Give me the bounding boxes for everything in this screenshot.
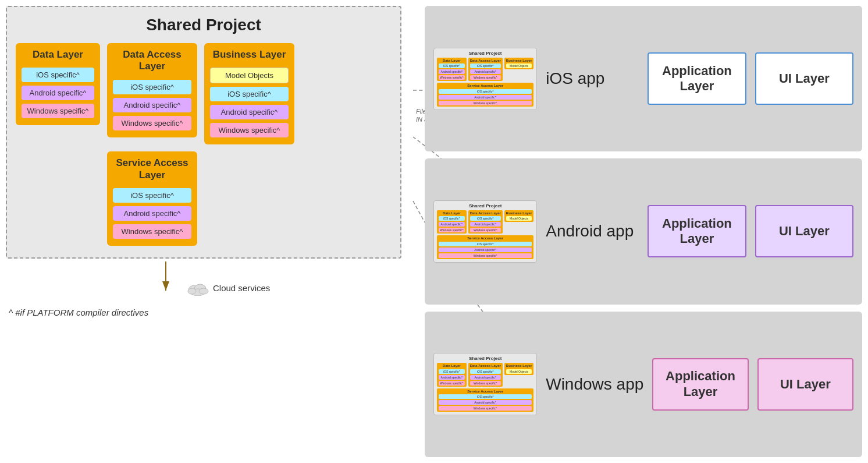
ios-mini-business: Business Layer Model Objects xyxy=(504,58,533,70)
business-android: Android specific^ xyxy=(210,105,289,119)
dal-windows: Windows specific^ xyxy=(113,116,191,130)
ios-app-title: iOS app xyxy=(546,69,639,88)
ios-mini-sal: Service Access Layer iOS specific^ Andro… xyxy=(437,83,533,107)
footnote: ^ #if PLATFORM compiler directives xyxy=(9,308,401,317)
svg-point-5 xyxy=(188,288,196,294)
windows-mini-layers: Data Layer iOS specific^ Android specifi… xyxy=(437,363,533,387)
android-mini-dal: Data Access Layer iOS specific^ Android … xyxy=(468,210,503,234)
shared-project-box: Shared Project Data Layer iOS specific^ … xyxy=(6,6,401,259)
data-layer-title: Data Layer xyxy=(22,49,94,61)
sal-arrow-icon xyxy=(151,259,180,299)
android-right-content: Android app Application Layer UI Layer xyxy=(546,205,853,257)
bottom-layers-row: Service Access Layer iOS specific^ Andro… xyxy=(16,151,392,246)
business-ios: iOS specific^ xyxy=(210,87,289,101)
business-layer-box: Business Layer Model Objects iOS specifi… xyxy=(204,43,294,144)
cloud-icon xyxy=(186,280,209,296)
data-layer-windows: Windows specific^ xyxy=(22,104,94,118)
windows-mini-sal: Service Access Layer iOS specific^ Andro… xyxy=(437,388,533,412)
windows-application-layer: Application Layer xyxy=(652,358,748,411)
ios-mini-layers: Data Layer iOS specific^ Android specifi… xyxy=(437,58,533,82)
ios-mini-dal: Data Access Layer iOS specific^ Android … xyxy=(468,58,503,82)
main-container: Shared Project Data Layer iOS specific^ … xyxy=(0,0,868,463)
ios-mini-shared: Shared Project Data Layer iOS specific^ … xyxy=(433,48,537,110)
top-layers-row: Data Layer iOS specific^ Android specifi… xyxy=(16,43,392,144)
sal-ios: iOS specific^ xyxy=(113,188,191,203)
windows-mini-business: Business Layer Model Objects xyxy=(504,363,533,375)
android-ui-layer: UI Layer xyxy=(755,205,853,257)
svg-point-6 xyxy=(199,288,208,294)
ios-application-layer: Application Layer xyxy=(648,52,746,105)
right-panel: Shared Project Data Layer iOS specific^ … xyxy=(425,6,862,457)
windows-mini-shared: Shared Project Data Layer iOS specific^ … xyxy=(433,353,537,415)
sal-title: Service Access Layer xyxy=(113,157,191,181)
data-access-layer-box: Data Access Layer iOS specific^ Android … xyxy=(107,43,197,137)
shared-project-title: Shared Project xyxy=(16,16,392,34)
ios-mini-data: Data Layer iOS specific^ Android specifi… xyxy=(437,58,467,82)
windows-app-title: Windows app xyxy=(546,375,643,394)
business-model-objects: Model Objects xyxy=(210,68,289,83)
service-access-layer-box: Service Access Layer iOS specific^ Andro… xyxy=(107,151,197,246)
dal-android: Android specific^ xyxy=(113,98,191,112)
android-mini-layers: Data Layer iOS specific^ Android specifi… xyxy=(437,210,533,234)
data-access-layer-title: Data Access Layer xyxy=(113,49,191,73)
android-mini-business: Business Layer Model Objects xyxy=(504,210,533,222)
android-app-container: Shared Project Data Layer iOS specific^ … xyxy=(425,158,862,304)
business-layer-title: Business Layer xyxy=(210,49,289,61)
left-panel: Shared Project Data Layer iOS specific^ … xyxy=(6,6,401,457)
android-mini-shared: Shared Project Data Layer iOS specific^ … xyxy=(433,200,537,263)
android-app-title: Android app xyxy=(546,222,639,241)
windows-app-container: Shared Project Data Layer iOS specific^ … xyxy=(425,312,862,457)
cloud-label: Cloud services xyxy=(213,283,270,293)
ios-right-content: iOS app Application Layer UI Layer xyxy=(546,52,853,105)
windows-mini-data: Data Layer iOS specific^ Android specifi… xyxy=(437,363,467,387)
android-mini-sal: Service Access Layer iOS specific^ Andro… xyxy=(437,235,533,259)
windows-right-content: Windows app Application Layer UI Layer xyxy=(546,358,853,411)
data-layer-android: Android specific^ xyxy=(22,86,94,100)
android-mini-data: Data Layer iOS specific^ Android specifi… xyxy=(437,210,467,234)
data-layer-box: Data Layer iOS specific^ Android specifi… xyxy=(16,43,100,125)
ios-ui-layer: UI Layer xyxy=(755,52,853,105)
windows-ui-layer: UI Layer xyxy=(757,358,853,411)
data-layer-ios: iOS specific^ xyxy=(22,68,94,82)
cloud-label-area: Cloud services xyxy=(186,280,270,296)
android-application-layer: Application Layer xyxy=(648,205,746,257)
sal-android: Android specific^ xyxy=(113,206,191,221)
sal-windows: Windows specific^ xyxy=(113,224,191,239)
windows-mini-title: Shared Project xyxy=(437,356,533,361)
android-mini-title: Shared Project xyxy=(437,203,533,208)
dal-ios: iOS specific^ xyxy=(113,80,191,94)
ios-app-container: Shared Project Data Layer iOS specific^ … xyxy=(425,6,862,151)
business-windows: Windows specific^ xyxy=(210,123,289,137)
windows-mini-dal: Data Access Layer iOS specific^ Android … xyxy=(468,363,503,387)
ios-mini-title: Shared Project xyxy=(437,51,533,56)
cloud-area: Cloud services xyxy=(151,259,401,299)
